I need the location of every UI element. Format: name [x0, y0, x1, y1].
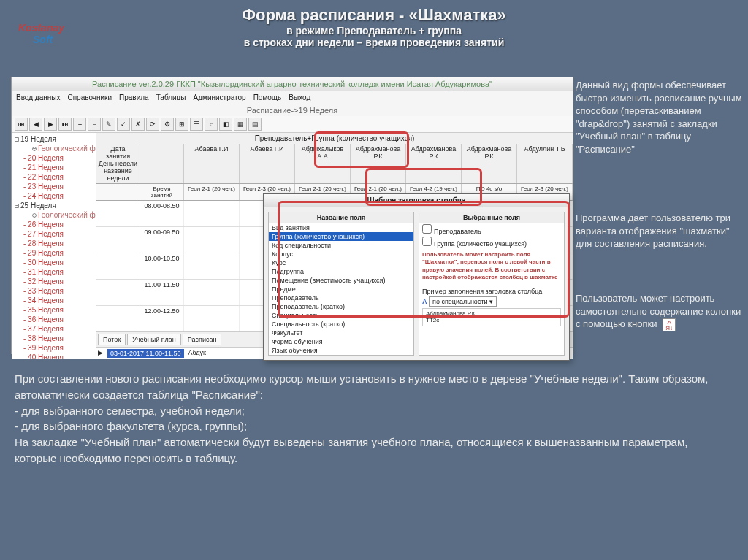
selected-field-item[interactable]: Группа (количество учащихся)	[419, 236, 564, 248]
nav-first-icon[interactable]: ⏮	[15, 118, 28, 131]
list-item[interactable]: Преподаватель (кратко)	[269, 302, 413, 311]
list-item[interactable]: Вид занятия	[269, 223, 413, 232]
list-item[interactable]: Специальность	[269, 311, 413, 320]
nav-next-icon[interactable]: ▶	[44, 118, 57, 131]
tree-item[interactable]: - 40 Неделя	[13, 353, 94, 359]
list-item[interactable]: Язык обучения	[269, 346, 413, 355]
weeks-tree[interactable]: ⊟19 Неделя⊕Геологический факультет- 20 Н…	[12, 133, 96, 359]
tree-item[interactable]: - 26 Неделя	[13, 220, 94, 229]
col-header[interactable]: Абаева Г.И	[240, 144, 295, 183]
list-item[interactable]: Группа (количество учащихся)	[269, 232, 413, 241]
font-a-icon[interactable]: A	[422, 298, 427, 305]
tree-item[interactable]: - 21 Неделя	[13, 163, 94, 172]
tree-item[interactable]: ⊟19 Неделя	[13, 134, 94, 144]
tool-icon[interactable]: ◧	[219, 118, 232, 131]
menu-item[interactable]: Помощь	[253, 93, 282, 101]
tree-item[interactable]: - 36 Неделя	[13, 315, 94, 324]
tab-stream[interactable]: Поток	[98, 334, 126, 345]
tree-item[interactable]: ⊟25 Неделя	[13, 201, 94, 210]
col-header[interactable]: Абдыхалыков А.А	[295, 144, 351, 183]
grid-cell[interactable]	[184, 306, 240, 331]
menubar: Ввод данных Справочники Правила Таблицы …	[12, 91, 573, 104]
grid-cell[interactable]	[184, 227, 240, 253]
tree-item[interactable]: ⊕Геологический факультет	[13, 144, 94, 153]
col-header[interactable]: Абаева Г.И	[184, 144, 240, 183]
tree-item[interactable]: - 35 Неделя	[13, 305, 94, 315]
tree-item[interactable]: - 27 Неделя	[13, 229, 94, 239]
list-item[interactable]: Курс	[269, 258, 413, 267]
list-item[interactable]: Форма обучения	[269, 337, 413, 346]
delete-icon[interactable]: －	[88, 118, 101, 131]
col-header[interactable]: Абдрахманова Р.К	[406, 144, 462, 183]
list-item[interactable]: Специальность (кратко)	[269, 320, 413, 329]
selected-date[interactable]: 03-01-2017 11.00-11.50	[107, 349, 184, 358]
tree-item[interactable]: - 22 Неделя	[13, 172, 94, 182]
available-fields-list[interactable]: Вид занятияГруппа (количество учащихся)К…	[269, 223, 413, 355]
list-item[interactable]: Предмет	[269, 285, 413, 294]
logo: Kostanay Soft	[18, 22, 77, 58]
time-cell: 10.00-10.50	[140, 253, 184, 279]
selected-field-item[interactable]: Преподаватель	[419, 223, 564, 236]
tree-item[interactable]: - 39 Неделя	[13, 343, 94, 353]
confirm-icon[interactable]: ✓	[117, 118, 130, 131]
tree-item[interactable]: - 23 Неделя	[13, 182, 94, 191]
list-item[interactable]: Помещение (вместимость учащихся)	[269, 276, 413, 285]
logo-word1: Kostanay	[18, 22, 64, 34]
edit-icon[interactable]: ✎	[102, 118, 115, 131]
menu-item[interactable]: Администратор	[194, 93, 246, 101]
slide-subtitle-1: в режиме Преподаватель + группа	[0, 25, 748, 37]
tree-item[interactable]: - 38 Неделя	[13, 334, 94, 343]
list-item[interactable]: Корпус	[269, 250, 413, 258]
col-header[interactable]: Абдрахманова Р.К	[462, 144, 517, 183]
col-header[interactable]: Абдрахманова Р.К	[351, 144, 406, 183]
tree-item[interactable]: - 37 Неделя	[13, 324, 94, 334]
tool-icon[interactable]: ⚙	[161, 118, 174, 131]
tool-icon[interactable]: ▤	[248, 118, 262, 131]
tree-item[interactable]: - 33 Неделя	[13, 286, 94, 296]
tree-item[interactable]: ⊕Геологический факультет	[13, 210, 94, 220]
col-header[interactable]	[140, 144, 184, 183]
tree-item[interactable]: - 34 Неделя	[13, 296, 94, 305]
checkbox[interactable]	[422, 224, 432, 234]
tool-icon[interactable]: ▦	[234, 118, 247, 131]
tree-item[interactable]: - 30 Неделя	[13, 258, 94, 267]
refresh-icon[interactable]: ⟳	[146, 118, 159, 131]
tree-item[interactable]: - 24 Неделя	[13, 191, 94, 201]
col-header[interactable]: Дата занятия День недели название недели	[96, 144, 140, 183]
menu-item[interactable]: Таблицы	[156, 93, 186, 101]
column-template-dialog[interactable]: Шаблон заголовка столбца Название поля В…	[263, 193, 570, 361]
list-item[interactable]: Преподаватель	[269, 294, 413, 302]
tree-item[interactable]: - 32 Неделя	[13, 277, 94, 286]
nav-prev-icon[interactable]: ◀	[29, 118, 42, 131]
nav-last-icon[interactable]: ⏭	[58, 118, 72, 131]
tool-icon[interactable]: ⊞	[175, 118, 188, 131]
tab-schedule[interactable]: Расписан	[183, 334, 222, 345]
tree-item[interactable]: - 31 Неделя	[13, 267, 94, 277]
tree-item[interactable]: - 28 Неделя	[13, 239, 94, 248]
checkbox[interactable]	[422, 237, 432, 246]
dialog-title: Шаблон заголовка столбца	[264, 194, 569, 207]
menu-item[interactable]: Выход	[289, 93, 310, 101]
annotation-text-1: Данный вид формы обеспечивает быстро изм…	[576, 79, 744, 156]
menu-item[interactable]: Правила	[119, 93, 149, 101]
list-item[interactable]: Код специальности	[269, 241, 413, 250]
sort-icon[interactable]: А Я↓	[663, 318, 676, 331]
example-combo[interactable]: по специальности ▾	[429, 296, 497, 307]
tree-item[interactable]: - 29 Неделя	[13, 248, 94, 258]
selected-fields-list[interactable]: ПреподавательГруппа (количество учащихся…	[419, 223, 564, 248]
add-icon[interactable]: ＋	[73, 118, 86, 131]
list-item[interactable]: Факультет	[269, 329, 413, 337]
cancel-icon[interactable]: ✗	[131, 118, 145, 131]
grid-cell[interactable]	[184, 280, 240, 305]
menu-item[interactable]: Ввод данных	[16, 93, 60, 101]
grid-cell[interactable]	[184, 253, 240, 279]
slide-title: Форма расписания - «Шахматка»	[0, 6, 748, 25]
menu-item[interactable]: Справочники	[67, 93, 112, 101]
col-header[interactable]: Абдуллин Т.Б	[517, 144, 573, 183]
grid-cell[interactable]	[184, 201, 240, 226]
tool-icon[interactable]: ⌕	[205, 118, 218, 131]
tool-icon[interactable]: ☰	[190, 118, 203, 131]
list-item[interactable]: Подгруппа	[269, 267, 413, 276]
tree-item[interactable]: - 20 Неделя	[13, 153, 94, 163]
tab-curriculum[interactable]: Учебный план	[127, 334, 181, 345]
